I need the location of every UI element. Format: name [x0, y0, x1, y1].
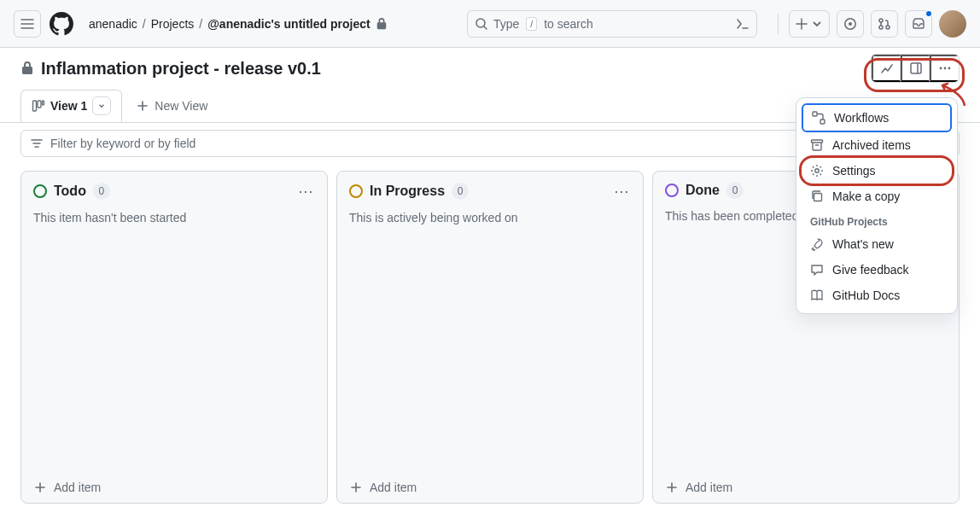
gear-icon [810, 164, 824, 178]
breadcrumb-projects[interactable]: Projects [151, 17, 195, 31]
status-ring-done [665, 184, 679, 197]
svg-point-4 [879, 26, 883, 29]
panel-button[interactable] [901, 55, 930, 82]
svg-rect-16 [812, 140, 823, 143]
menu-item-docs[interactable]: GitHub Docs [802, 283, 952, 308]
inbox-icon [912, 17, 925, 31]
menu-item-label: Settings [832, 164, 876, 178]
breadcrumb-sep: / [199, 17, 202, 31]
search-input[interactable]: Type / to search [467, 10, 757, 38]
search-placeholder-post: to search [544, 17, 593, 31]
column-menu-button[interactable]: ⋯ [298, 182, 315, 201]
kebab-icon [938, 61, 952, 75]
breadcrumb: anenadic / Projects / @anenadic's untitl… [89, 17, 388, 31]
plus-icon [665, 481, 679, 494]
board-icon [32, 99, 45, 113]
svg-point-5 [886, 26, 890, 29]
column-menu-button[interactable]: ⋯ [614, 182, 631, 201]
notification-dot [925, 9, 933, 18]
svg-point-3 [879, 19, 883, 22]
svg-rect-11 [33, 101, 37, 111]
column-title: Todo [54, 184, 86, 199]
divider [778, 14, 779, 34]
svg-rect-12 [38, 101, 41, 108]
column-header: Todo 0 ⋯ [21, 172, 327, 211]
archive-icon [810, 138, 824, 152]
menu-item-label: Archived items [832, 138, 911, 152]
menu-item-settings[interactable]: Settings [802, 158, 952, 184]
filter-placeholder: Filter by keyword or by field [50, 137, 195, 150]
global-header: anenadic / Projects / @anenadic's untitl… [0, 0, 980, 48]
menu-item-feedback[interactable]: Give feedback [802, 257, 952, 283]
search-kbd: / [526, 17, 537, 31]
menu-item-whatsnew[interactable]: What's new [802, 231, 952, 257]
search-placeholder: Type / to search [493, 17, 593, 31]
breadcrumb-current-label: @anenadic's untitled project [207, 17, 370, 31]
column-description: This item hasn't been started [21, 211, 327, 224]
tab-view1[interactable]: View 1 [20, 90, 122, 122]
panel-icon [909, 61, 923, 75]
svg-point-2 [849, 22, 852, 26]
comment-icon [810, 263, 824, 277]
github-logo[interactable] [48, 10, 75, 38]
new-view-button[interactable]: New View [136, 99, 207, 113]
column-todo: Todo 0 ⋯ This item hasn't been started A… [20, 171, 328, 504]
menu-item-archived[interactable]: Archived items [802, 132, 952, 158]
graph-icon [880, 61, 894, 75]
workflow-icon [812, 111, 825, 125]
search-icon [475, 17, 488, 31]
menu-item-label: Make a copy [832, 189, 900, 203]
topbar-actions [774, 10, 966, 38]
search-placeholder-pre: Type [493, 17, 519, 31]
create-new-button[interactable] [789, 10, 830, 38]
project-title: Inflammation project - release v0.1 [41, 59, 321, 79]
hamburger-button[interactable] [14, 10, 41, 38]
menu-item-workflows[interactable]: Workflows [802, 103, 952, 132]
add-item-button[interactable]: Add item [21, 471, 327, 503]
lock-icon [376, 18, 388, 30]
command-palette-icon [736, 17, 750, 31]
new-view-label: New View [155, 99, 207, 113]
add-item-button[interactable]: Add item [337, 471, 643, 503]
svg-rect-13 [43, 101, 44, 105]
column-body [337, 224, 643, 471]
column-title: Done [685, 183, 720, 198]
menu-section-label: GitHub Projects [802, 209, 952, 231]
breadcrumb-sep: / [143, 17, 146, 31]
svg-point-9 [944, 67, 947, 70]
insights-button[interactable] [872, 55, 901, 82]
breadcrumb-user[interactable]: anenadic [89, 17, 137, 31]
rocket-icon [810, 237, 824, 251]
svg-rect-18 [814, 194, 822, 201]
add-item-label: Add item [370, 481, 417, 494]
svg-rect-6 [911, 63, 921, 73]
search-container: Type / to search [467, 10, 757, 38]
add-item-label: Add item [54, 481, 101, 494]
issues-button[interactable] [837, 10, 864, 38]
filter-icon [30, 137, 44, 150]
column-count: 0 [93, 183, 110, 200]
svg-point-17 [815, 169, 819, 172]
svg-point-10 [948, 67, 951, 70]
column-header: In Progress 0 ⋯ [337, 172, 643, 211]
hamburger-icon [20, 17, 34, 31]
menu-item-label: Give feedback [832, 263, 909, 277]
tab-view1-menu[interactable] [92, 96, 111, 115]
plus-icon [33, 481, 47, 494]
add-item-button[interactable]: Add item [653, 471, 959, 503]
notifications-button[interactable] [905, 10, 932, 38]
avatar[interactable] [939, 10, 966, 38]
pull-requests-button[interactable] [871, 10, 898, 38]
column-count: 0 [452, 183, 469, 200]
more-options-button[interactable] [930, 55, 959, 82]
svg-rect-14 [813, 112, 817, 116]
menu-item-label: What's new [832, 237, 894, 251]
status-ring-progress [349, 184, 363, 198]
project-titlebar: Inflammation project - release v0.1 [0, 48, 980, 89]
column-count: 0 [726, 182, 744, 199]
column-title: In Progress [370, 184, 445, 199]
column-description: This is actively being worked on [337, 211, 643, 224]
menu-item-copy[interactable]: Make a copy [802, 184, 952, 209]
svg-rect-15 [820, 120, 825, 124]
menu-item-label: Workflows [834, 111, 889, 125]
